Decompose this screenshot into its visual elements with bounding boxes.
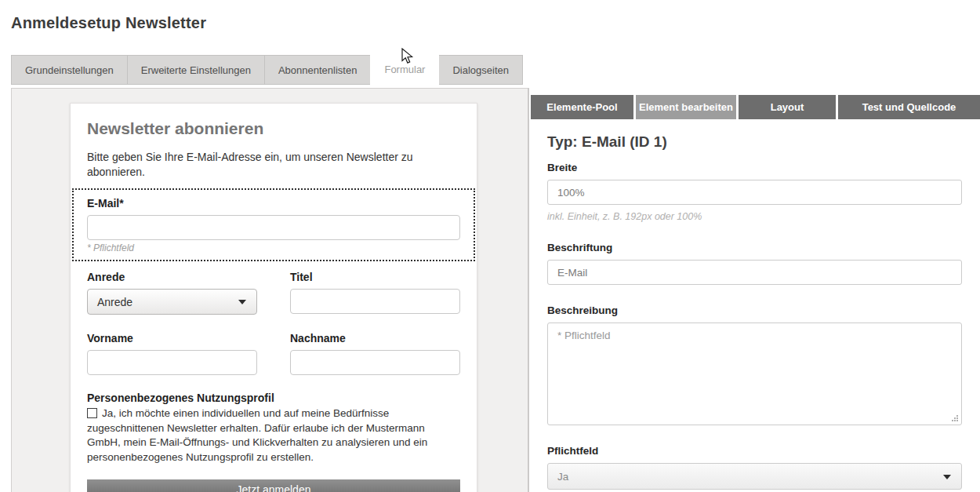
row-vorname-nachname: Vorname Nachname (87, 332, 460, 375)
beschriftung-label: Beschriftung (547, 242, 962, 253)
form-heading: Newsletter abonnieren (87, 119, 460, 138)
anrede-selected-value: Anrede (97, 296, 132, 308)
form-preview-panel: Newsletter abonnieren Bitte geben Sie Ih… (11, 88, 529, 492)
titel-field: Titel (290, 271, 460, 315)
consent-paragraph: Ja, ich möchte einen individuellen und a… (87, 406, 460, 465)
beschreibung-label: Beschreibung (547, 304, 962, 316)
pflichtfeld-label: Pflichtfeld (547, 445, 962, 457)
tab-dialogseiten[interactable]: Dialogseiten (438, 55, 523, 85)
anrede-field: Anrede Anrede (87, 271, 257, 315)
selected-email-element[interactable]: E-Mail* * Pflichtfeld (72, 188, 475, 261)
consent-heading: Personenbezogenes Nutzungsprofil (87, 392, 460, 404)
beschreibung-textarea[interactable]: * Pflichtfeld (547, 323, 962, 425)
tab-abonnentenlisten[interactable]: Abonnentenlisten (264, 55, 371, 85)
editor-tab-bar: Elemente-Pool Element bearbeiten Layout … (531, 95, 980, 119)
pflichtfeld-selected-value: Ja (557, 471, 568, 483)
editor-tab-layout[interactable]: Layout (739, 95, 836, 119)
email-label: E-Mail* (87, 197, 460, 210)
resize-grip-icon[interactable] (951, 414, 959, 422)
breite-input[interactable] (547, 180, 962, 205)
beschriftung-input[interactable] (547, 260, 962, 285)
main-tab-bar: Grundeinstellungen Erweiterte Einstellun… (11, 55, 522, 88)
vorname-input[interactable] (87, 350, 257, 375)
titel-label: Titel (290, 271, 460, 283)
nachname-input[interactable] (290, 350, 460, 375)
editor-tab-test-und-quellcode[interactable]: Test und Quellcode (838, 95, 980, 119)
editor-content: Typ: E-Mail (ID 1) Breite inkl. Einheit,… (531, 119, 980, 490)
row-anrede-titel: Anrede Anrede Titel (87, 271, 460, 315)
form-intro-text: Bitte geben Sie Ihre E-Mail-Adresse ein,… (87, 150, 460, 180)
vorname-field: Vorname (87, 332, 257, 375)
vorname-label: Vorname (87, 332, 257, 344)
consent-text: Ja, ich möchte einen individuellen und a… (87, 407, 427, 463)
page-title: Anmeldesetup Newsletter (11, 14, 206, 32)
breite-hint: inkl. Einheit, z. B. 192px oder 100% (547, 211, 962, 222)
chevron-down-icon (238, 300, 246, 304)
breite-label: Breite (547, 162, 962, 173)
newsletter-form-card: Newsletter abonnieren Bitte geben Sie Ih… (70, 103, 477, 492)
editor-tab-elemente-pool[interactable]: Elemente-Pool (531, 95, 633, 119)
element-type-heading: Typ: E-Mail (ID 1) (547, 133, 962, 151)
nachname-field: Nachname (290, 332, 460, 375)
email-required-hint: * Pflichtfeld (87, 242, 460, 253)
submit-button[interactable]: Jetzt anmelden (87, 479, 460, 492)
titel-input[interactable] (290, 289, 460, 314)
tab-erweiterte-einstellungen[interactable]: Erweiterte Einstellungen (127, 55, 265, 85)
consent-checkbox[interactable] (87, 408, 97, 418)
element-editor-panel: Elemente-Pool Element bearbeiten Layout … (531, 86, 980, 492)
editor-tab-element-bearbeiten[interactable]: Element bearbeiten (636, 95, 736, 119)
anrede-label: Anrede (87, 271, 257, 283)
tab-grundeinstellungen[interactable]: Grundeinstellungen (11, 55, 128, 85)
pflichtfeld-select[interactable]: Ja (547, 463, 962, 490)
mouse-cursor-icon (401, 48, 416, 65)
beschreibung-field: * Pflichtfeld (547, 323, 962, 425)
email-input[interactable] (87, 215, 460, 240)
anrede-select[interactable]: Anrede (87, 289, 257, 315)
nachname-label: Nachname (290, 332, 460, 344)
chevron-down-icon (943, 475, 951, 479)
